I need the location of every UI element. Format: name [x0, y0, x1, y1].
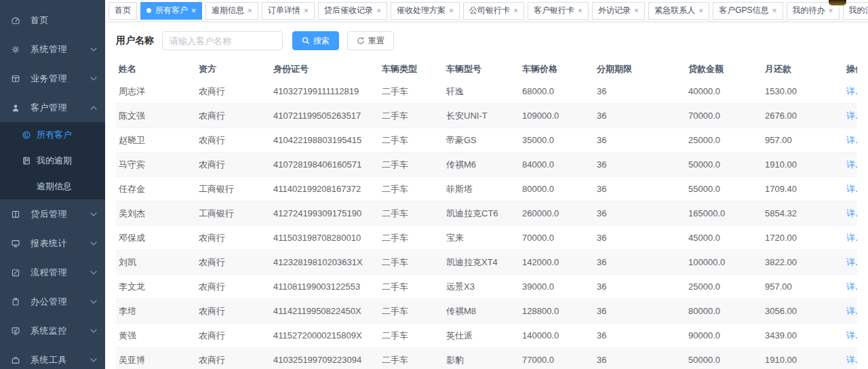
tab-company-bank-card[interactable]: 公司银行卡× — [463, 2, 524, 20]
detail-link[interactable]: 详情 — [846, 355, 857, 365]
tab-close-icon[interactable]: × — [449, 7, 454, 15]
sidebar-item-customer-mgmt[interactable]: 客户管理 — [0, 93, 105, 122]
tab-close-icon[interactable]: × — [698, 7, 703, 15]
detail-link[interactable]: 详情 — [846, 281, 857, 292]
tab-label: 紧急联系人 — [654, 5, 695, 16]
sidebar-item-business-mgmt[interactable]: 业务管理 — [0, 64, 105, 93]
cell-vehicle-type: 二手车 — [379, 299, 443, 324]
cell-loan-amount: 165000.0 — [686, 201, 762, 226]
sidebar-item-system-monitor[interactable]: 系统监控 — [0, 316, 105, 345]
detail-link[interactable]: 详情 — [846, 184, 857, 194]
tab-close-icon[interactable]: × — [513, 7, 518, 15]
tab-close-icon[interactable]: × — [248, 7, 252, 15]
column-header: 贷款金额 — [686, 59, 762, 79]
cell-vehicle-model: 长安UNI-T — [443, 104, 519, 128]
table-row: 李培农商行41142119950822450X二手车传祺M8128800.036… — [116, 299, 857, 324]
sidebar-item-process-mgmt[interactable]: 流程管理 — [0, 258, 105, 287]
cell-installments: 36 — [594, 226, 686, 250]
search-input[interactable] — [162, 31, 283, 50]
cell-vehicle-model: 传祺M6 — [443, 153, 519, 177]
tab-collection-plan[interactable]: 催收处理方案× — [391, 2, 460, 20]
sidebar-item-home[interactable]: 首页 — [0, 5, 105, 35]
tab-customer-gps[interactable]: 客户GPS信息× — [713, 2, 783, 20]
sidebar-item-overdue-info[interactable]: 逾期信息 — [0, 174, 105, 199]
cell-loan-amount: 90000.0 — [686, 324, 762, 348]
tab-close-icon[interactable]: × — [634, 7, 639, 15]
sidebar-item-label: 系统工具 — [31, 354, 90, 366]
detail-link[interactable]: 详情 — [846, 306, 857, 316]
detail-link[interactable]: 详情 — [846, 330, 857, 341]
table-row: 赵晓卫农商行410422198803195415二手车帝豪GS35000.036… — [116, 128, 857, 153]
tab-label: 首页 — [115, 5, 131, 16]
detail-link[interactable]: 详情 — [846, 135, 857, 145]
cell-vehicle-price: 128800.0 — [519, 299, 594, 324]
columns-icon — [10, 209, 21, 220]
reset-button[interactable]: 重置 — [347, 31, 394, 50]
cell-id-number: 411402199208167372 — [271, 177, 379, 201]
grid-icon — [10, 73, 21, 84]
tab-emergency-contacts[interactable]: 紧急联系人× — [648, 2, 709, 20]
tab-close-icon[interactable]: × — [191, 7, 196, 15]
tab-all-customers[interactable]: 所有客户× — [140, 2, 202, 20]
tab-home[interactable]: 首页 — [108, 2, 137, 20]
cell-id-number: 411503198708280010 — [271, 226, 379, 250]
clipboard-icon — [10, 296, 21, 307]
cell-actions: 详情 — [844, 324, 857, 348]
sidebar-item-label: 报表统计 — [31, 237, 90, 250]
cell-loan-amount: 45000.0 — [686, 226, 762, 250]
column-header: 分期期限 — [594, 59, 686, 79]
cell-vehicle-price: 70000.0 — [519, 226, 594, 250]
cell-vehicle-model: 轩逸 — [443, 79, 519, 104]
tab-my-process[interactable]: 我的流程× — [843, 2, 868, 20]
sidebar-item-my-overdue[interactable]: 我的逾期 — [0, 148, 105, 174]
tab-overdue-info[interactable]: 逾期信息× — [205, 2, 258, 20]
detail-link[interactable]: 详情 — [846, 233, 857, 243]
cell-funder: 农商行 — [196, 104, 271, 128]
cell-monthly-payment: 1910.00 — [762, 153, 844, 177]
tab-close-icon[interactable]: × — [578, 7, 583, 15]
tab-close-icon[interactable]: × — [772, 7, 776, 15]
tab-visit-records[interactable]: 外访记录× — [592, 2, 645, 20]
cell-installments: 36 — [594, 79, 686, 104]
sidebar-item-label: 所有客户 — [37, 129, 72, 141]
detail-link[interactable]: 详情 — [846, 159, 857, 170]
table-row: 李文龙农商行411081199003122553二手车远景X339000.036… — [116, 275, 857, 299]
search-button[interactable]: 搜索 — [292, 31, 339, 50]
sidebar-item-system-tools[interactable]: 系统工具 — [0, 345, 105, 369]
tab-close-icon[interactable]: × — [829, 7, 833, 15]
cell-vehicle-price: 77000.0 — [519, 348, 594, 369]
sidebar-item-all-customers[interactable]: 所有客户 — [0, 122, 105, 148]
cell-name: 马守宾 — [116, 153, 196, 177]
cell-monthly-payment: 3056.00 — [762, 299, 844, 324]
cell-actions: 详情 — [844, 153, 857, 177]
column-header: 姓名 — [116, 59, 196, 79]
cell-name: 任存金 — [116, 177, 196, 201]
process-edit-icon — [10, 267, 21, 278]
cell-loan-amount: 50000.0 — [686, 348, 762, 369]
tab-order-detail[interactable]: 订单详情× — [262, 2, 315, 20]
tab-postloan-collection-records[interactable]: 贷后催收记录× — [318, 2, 387, 20]
cell-monthly-payment: 3439.00 — [762, 324, 844, 348]
tab-customer-bank-card[interactable]: 客户银行卡× — [528, 2, 589, 20]
sidebar-item-system-mgmt[interactable]: 系统管理 — [0, 35, 105, 64]
sidebar-item-postloan-mgmt[interactable]: 贷后管理 — [0, 199, 105, 229]
app-window: 首页系统管理业务管理客户管理所有客户我的逾期逾期信息贷后管理报表统计流程管理办公… — [0, 0, 868, 369]
detail-link[interactable]: 详情 — [846, 257, 857, 267]
cell-loan-amount: 25000.0 — [686, 128, 762, 153]
sidebar-item-office-mgmt[interactable]: 办公管理 — [0, 287, 105, 316]
tab-label: 我的流程 — [849, 5, 868, 16]
detail-link[interactable]: 详情 — [846, 111, 857, 121]
cell-vehicle-price: 84000.0 — [519, 153, 594, 177]
user-icon — [10, 102, 21, 113]
detail-link[interactable]: 详情 — [846, 86, 857, 96]
table-row: 邓保成农商行411503198708280010二手车宝来70000.03645… — [116, 226, 857, 250]
detail-link[interactable]: 详情 — [846, 208, 857, 218]
cell-id-number: 410721199505263517 — [271, 104, 379, 128]
customers-table: 姓名资方身份证号车辆类型车辆型号车辆价格分期期限贷款金额月还款操作 周志洋农商行… — [116, 59, 857, 369]
sidebar-item-report-stats[interactable]: 报表统计 — [0, 229, 105, 258]
cell-name: 邓保成 — [116, 226, 196, 250]
tabs-bar: 首页所有客户×逾期信息×订单详情×贷后催收记录×催收处理方案×公司银行卡×客户银… — [105, 0, 868, 22]
cell-vehicle-price: 142000.0 — [519, 250, 594, 275]
tab-close-icon[interactable]: × — [304, 7, 309, 15]
tab-close-icon[interactable]: × — [376, 7, 381, 15]
